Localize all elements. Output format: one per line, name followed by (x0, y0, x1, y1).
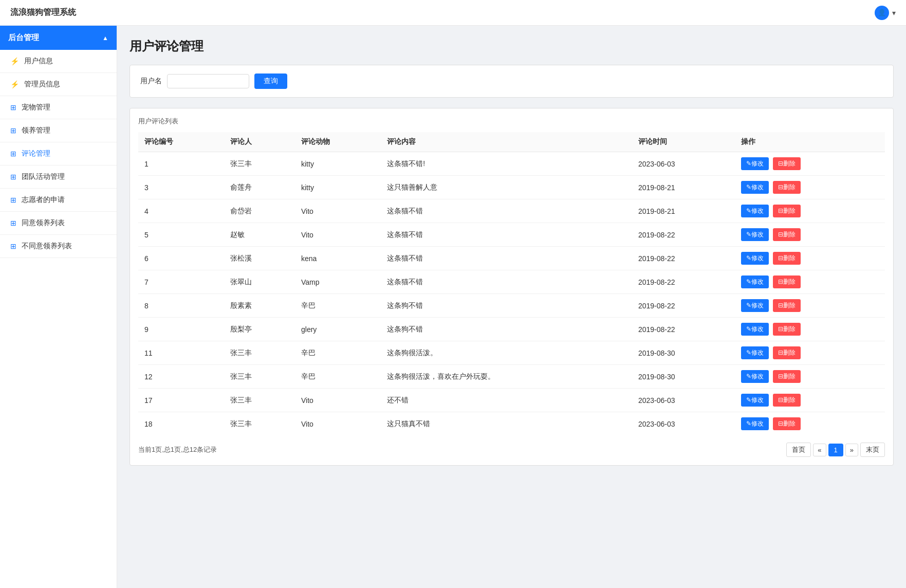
table-row: 18 张三丰 Vito 这只猫真不错 2023-06-03 ✎修改 ⊟删除 (138, 412, 885, 436)
cell-content: 这条狗不错 (381, 318, 632, 341)
cell-content: 还不错 (381, 389, 632, 412)
delete-button[interactable]: ⊟删除 (773, 323, 801, 336)
delete-button[interactable]: ⊟删除 (773, 346, 801, 359)
cell-actions: ✎修改 ⊟删除 (735, 270, 885, 294)
sidebar-item-comment-mgmt[interactable]: ⊞ 评论管理 (0, 142, 117, 166)
delete-button[interactable]: ⊟删除 (773, 157, 801, 170)
table-row: 11 张三丰 辛巴 这条狗很活泼。 2019-08-30 ✎修改 ⊟删除 (138, 341, 885, 365)
sidebar-item-adoption-mgmt[interactable]: ⊞ 领养管理 (0, 119, 117, 142)
top-nav: 流浪猫狗管理系统 👤 ▾ (0, 0, 906, 26)
table-row: 4 俞岱岩 Vito 这条猫不错 2019-08-21 ✎修改 ⊟删除 (138, 199, 885, 223)
edit-button[interactable]: ✎修改 (741, 275, 769, 288)
cell-content: 这条猫不错! (381, 152, 632, 176)
sidebar-icon-volunteer-apply: ⊞ (10, 196, 16, 204)
delete-button[interactable]: ⊟删除 (773, 252, 801, 265)
cell-reviewer: 张翠山 (224, 270, 295, 294)
delete-button[interactable]: ⊟删除 (773, 228, 801, 241)
cell-reviewer: 殷梨亭 (224, 318, 295, 341)
cell-content: 这条狗很活泼。 (381, 341, 632, 365)
cell-actions: ✎修改 ⊟删除 (735, 294, 885, 318)
delete-button[interactable]: ⊟删除 (773, 417, 801, 430)
edit-button[interactable]: ✎修改 (741, 205, 769, 217)
page-next-button[interactable]: » (845, 444, 858, 456)
edit-button[interactable]: ✎修改 (741, 323, 769, 336)
delete-button[interactable]: ⊟删除 (773, 299, 801, 312)
cell-animal: kena (295, 247, 381, 270)
cell-content: 这条猫不错 (381, 199, 632, 223)
edit-button[interactable]: ✎修改 (741, 346, 769, 359)
cell-animal: 辛巴 (295, 341, 381, 365)
cell-content: 这只猫善解人意 (381, 176, 632, 199)
col-header: 评论时间 (632, 132, 735, 152)
cell-actions: ✎修改 ⊟删除 (735, 199, 885, 223)
edit-button[interactable]: ✎修改 (741, 394, 769, 407)
cell-animal: kitty (295, 152, 381, 176)
delete-button[interactable]: ⊟删除 (773, 394, 801, 407)
page-current-button[interactable]: 1 (828, 444, 843, 456)
cell-time: 2019-08-22 (632, 270, 735, 294)
cell-time: 2019-08-30 (632, 341, 735, 365)
table-row: 8 殷素素 辛巴 这条狗不错 2019-08-22 ✎修改 ⊟删除 (138, 294, 885, 318)
cell-animal: Vito (295, 412, 381, 436)
sidebar-item-pet-mgmt[interactable]: ⊞ 宠物管理 (0, 96, 117, 119)
delete-button[interactable]: ⊟删除 (773, 181, 801, 194)
search-label: 用户名 (140, 77, 162, 86)
search-button[interactable]: 查询 (254, 74, 287, 89)
delete-button[interactable]: ⊟删除 (773, 275, 801, 288)
sidebar-item-volunteer-apply[interactable]: ⊞ 志愿者的申请 (0, 189, 117, 212)
sidebar-icon-agree-adopt: ⊞ (10, 219, 16, 227)
table-row: 12 张三丰 辛巴 这条狗很活泼，喜欢在户外玩耍。 2019-08-30 ✎修改… (138, 365, 885, 389)
cell-id: 8 (138, 294, 224, 318)
cell-content: 这条猫不错 (381, 247, 632, 270)
delete-button[interactable]: ⊟删除 (773, 205, 801, 217)
col-header: 评论人 (224, 132, 295, 152)
col-header: 操作 (735, 132, 885, 152)
cell-id: 12 (138, 365, 224, 389)
page-prev-button[interactable]: « (813, 444, 826, 456)
cell-time: 2019-08-22 (632, 223, 735, 247)
user-menu[interactable]: 👤 ▾ (875, 6, 896, 20)
edit-button[interactable]: ✎修改 (741, 299, 769, 312)
sidebar-group-header[interactable]: 后台管理 ▲ (0, 26, 117, 50)
cell-animal: Vamp (295, 270, 381, 294)
sidebar-item-disagree-adopt[interactable]: ⊞ 不同意领养列表 (0, 235, 117, 258)
cell-reviewer: 张松溪 (224, 247, 295, 270)
table-row: 6 张松溪 kena 这条猫不错 2019-08-22 ✎修改 ⊟删除 (138, 247, 885, 270)
cell-content: 这条猫不错 (381, 223, 632, 247)
search-input[interactable] (167, 74, 249, 88)
page-last-button[interactable]: 末页 (860, 443, 885, 457)
edit-button[interactable]: ✎修改 (741, 157, 769, 170)
cell-content: 这只猫真不错 (381, 412, 632, 436)
page-title: 用户评论管理 (130, 38, 894, 54)
app-title: 流浪猫狗管理系统 (10, 7, 76, 18)
cell-id: 5 (138, 223, 224, 247)
user-avatar: 👤 (875, 6, 889, 20)
cell-id: 4 (138, 199, 224, 223)
sidebar-item-agree-adopt[interactable]: ⊞ 同意领养列表 (0, 212, 117, 235)
sidebar-item-user-info[interactable]: ⚡ 用户信息 (0, 50, 117, 73)
cell-actions: ✎修改 ⊟删除 (735, 389, 885, 412)
cell-id: 6 (138, 247, 224, 270)
cell-animal: Vito (295, 223, 381, 247)
sidebar-icon-disagree-adopt: ⊞ (10, 242, 16, 250)
cell-reviewer: 赵敏 (224, 223, 295, 247)
cell-time: 2019-08-22 (632, 318, 735, 341)
edit-button[interactable]: ✎修改 (741, 370, 769, 383)
cell-time: 2019-08-22 (632, 247, 735, 270)
user-dropdown-icon: ▾ (892, 9, 896, 17)
edit-button[interactable]: ✎修改 (741, 181, 769, 194)
cell-time: 2023-06-03 (632, 412, 735, 436)
cell-time: 2019-08-22 (632, 294, 735, 318)
sidebar-item-team-activity[interactable]: ⊞ 团队活动管理 (0, 166, 117, 189)
page-first-button[interactable]: 首页 (786, 443, 811, 457)
cell-time: 2019-08-21 (632, 199, 735, 223)
sidebar-label-agree-adopt: 同意领养列表 (22, 218, 65, 228)
sidebar-item-admin-info[interactable]: ⚡ 管理员信息 (0, 73, 117, 96)
edit-button[interactable]: ✎修改 (741, 228, 769, 241)
edit-button[interactable]: ✎修改 (741, 252, 769, 265)
sidebar-icon-comment-mgmt: ⊞ (10, 150, 16, 158)
cell-reviewer: 张三丰 (224, 341, 295, 365)
sidebar-icon-adoption-mgmt: ⊞ (10, 126, 16, 135)
edit-button[interactable]: ✎修改 (741, 417, 769, 430)
delete-button[interactable]: ⊟删除 (773, 370, 801, 383)
